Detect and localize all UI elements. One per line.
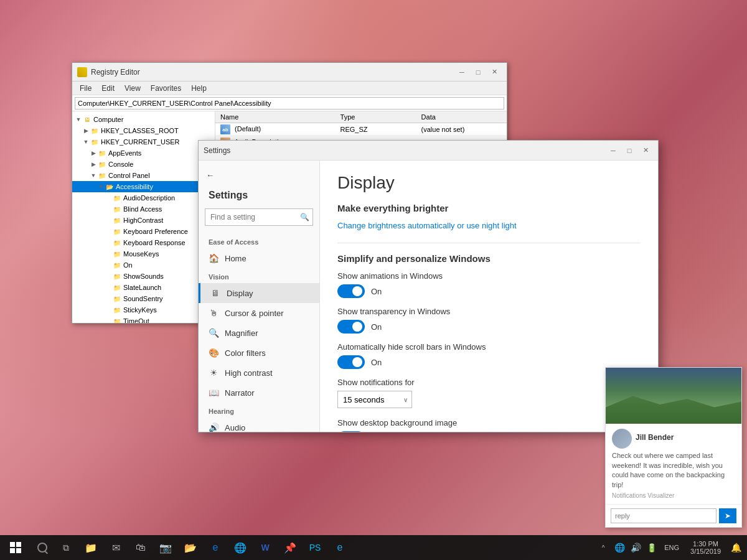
tree-chevron: ▼ [82,139,90,145]
tree-label: MouseKeys [123,250,159,258]
settings-minimize-button[interactable]: ─ [606,144,621,157]
folder-icon: 📁 [112,238,122,248]
color-filters-icon: 🎨 [209,348,218,358]
registry-menu-favorites[interactable]: Favorites [146,83,186,94]
tree-item-hkcurrent[interactable]: ▼ 📁 HKEY_CURRENT_USER [72,136,215,147]
sidebar-item-narrator[interactable]: 📖 Narrator [199,383,319,403]
page-title: Display [337,173,641,193]
registry-close-button[interactable]: ✕ [487,65,502,79]
tree-item-blindaccess[interactable]: 📁 Blind Access [72,203,215,215]
tree-item-console[interactable]: ▶ 📁 Console [72,159,215,170]
toggle-knob [352,286,362,296]
sidebar-item-display[interactable]: 🖥 Display [199,283,319,303]
tree-label: TimeOut [123,317,149,323]
brightness-link[interactable]: Change brightness automatically or use n… [337,221,641,230]
sidebar-item-label: Cursor & pointer [225,309,284,318]
folder-icon: 📁 [112,193,122,203]
taskbar-app-sticky[interactable]: 📌 [278,535,303,560]
chrome-icon: 🌐 [234,542,247,554]
tree-item-highcontrast[interactable]: 📁 HighContrast [72,215,215,226]
tree-label: Computer [93,116,123,123]
toast-send-button[interactable]: ➤ [719,508,736,523]
registry-tree-pane: ▼ 🖥 Computer ▶ 📁 HKEY_CLASSES_ROOT ▼ 📁 H… [72,111,215,323]
notifications-value: 15 seconds [343,395,385,404]
registry-address-input[interactable] [75,97,504,110]
sidebar-item-magnifier[interactable]: 🔍 Magnifier [199,323,319,343]
clock-time: 1:30 PM [690,540,721,548]
tray-show-hidden[interactable]: ^ [597,535,609,560]
tray-network-icon[interactable]: 🌐 [613,535,626,560]
value-type-icon: ab [220,124,230,134]
notifications-duration-dropdown[interactable]: 15 seconds ∨ [337,391,412,408]
registry-maximize-button[interactable]: □ [471,65,486,79]
registry-menu-edit[interactable]: Edit [96,83,120,94]
toast-reply-input[interactable] [611,508,716,523]
tree-item-showsounds[interactable]: 📁 ShowSounds [72,271,215,282]
taskbar-app-edge[interactable]: e [203,535,228,560]
taskbar-app-camera[interactable]: 📷 [153,535,178,560]
settings-back-button[interactable]: ← [199,166,319,185]
tree-label: HKEY_CURRENT_USER [101,138,180,146]
tree-item-hkclasses[interactable]: ▶ 📁 HKEY_CLASSES_ROOT [72,125,215,136]
taskbar-app-powershell[interactable]: PS [303,535,327,560]
tree-item-mousekeys[interactable]: 📁 MouseKeys [72,248,215,259]
search-icon: 🔍 [300,213,309,222]
registry-menu-view[interactable]: View [120,83,146,94]
tree-item-accessibility[interactable]: ▼ 📂 Accessibility [72,181,215,192]
background-toggle-row: On [337,431,641,432]
tree-item-kbresp[interactable]: 📁 Keyboard Response [72,237,215,248]
tree-item-timeout[interactable]: 📁 TimeOut [72,315,215,323]
animations-toggle-row: On [337,284,641,298]
start-square-3 [10,548,15,553]
tray-language[interactable]: ENG [662,544,682,551]
tray-volume-icon[interactable]: 🔊 [629,535,642,560]
tree-item-stickykeys[interactable]: 📁 StickyKeys [72,304,215,315]
taskbar-app-chrome[interactable]: 🌐 [228,535,253,560]
settings-window-controls: ─ □ ✕ [606,144,653,157]
transparency-toggle[interactable] [337,320,365,334]
sidebar-item-home[interactable]: 🏠 Home [199,248,319,268]
taskbar-app-mail[interactable]: ✉ [103,535,128,560]
taskbar-search[interactable] [31,543,54,553]
scrollbars-toggle[interactable] [337,355,365,369]
settings-search-input[interactable] [205,208,313,226]
tree-item-kbpref[interactable]: 📁 Keyboard Preference [72,226,215,237]
tray-notifications-button[interactable]: 🔔 [730,535,742,560]
taskbar-app-ie[interactable]: e [327,535,352,560]
tree-item-slatelaunch[interactable]: 📁 SlateLaunch [72,282,215,293]
registry-menu-file[interactable]: File [75,83,96,94]
tree-item-on[interactable]: 📁 On [72,259,215,271]
taskbar-app-word[interactable]: W [253,535,278,560]
table-row[interactable]: ab (Default) REG_SZ (value not set) [215,123,507,136]
folder-icon: 📁 [112,226,122,236]
sidebar-item-cursor[interactable]: 🖱 Cursor & pointer [199,303,319,323]
sidebar-item-colorfilters[interactable]: 🎨 Color filters [199,343,319,363]
sidebar-item-audio[interactable]: 🔊 Audio [199,418,319,432]
tree-item-appevents[interactable]: ▶ 📁 AppEvents [72,147,215,159]
settings-maximize-button[interactable]: □ [622,144,637,157]
tree-chevron: ▼ [90,172,97,179]
ie-icon: e [337,542,343,553]
task-view-button[interactable]: ⧉ [54,535,78,560]
tree-item-computer[interactable]: ▼ 🖥 Computer [72,114,215,125]
taskbar-app-store[interactable]: 🛍 [128,535,153,560]
clock-display[interactable]: 1:30 PM 3/15/2019 [685,540,726,555]
settings-close-button[interactable]: ✕ [638,144,653,157]
registry-window-controls: ─ □ ✕ [454,65,502,79]
sidebar-item-highcontrast[interactable]: ☀ High contrast [199,363,319,383]
tree-item-controlpanel[interactable]: ▼ 📁 Control Panel [72,170,215,181]
registry-menu-help[interactable]: Help [186,83,212,94]
animations-toggle[interactable] [337,284,365,298]
start-button[interactable] [0,535,31,560]
taskbar-app-files[interactable]: 📂 [178,535,203,560]
tree-chevron: ▶ [90,150,97,156]
tree-item-audiodescription[interactable]: 📁 AudioDescription [72,192,215,203]
avatar [612,429,632,449]
tree-label: HighContrast [123,217,163,224]
word-icon: W [261,543,269,553]
taskbar-app-explorer[interactable]: 📁 [78,535,103,560]
tree-item-soundsentry[interactable]: 📁 SoundSentry [72,293,215,304]
tray-battery-icon[interactable]: 🔋 [646,535,658,560]
background-toggle[interactable] [337,431,365,432]
registry-minimize-button[interactable]: ─ [454,65,469,79]
